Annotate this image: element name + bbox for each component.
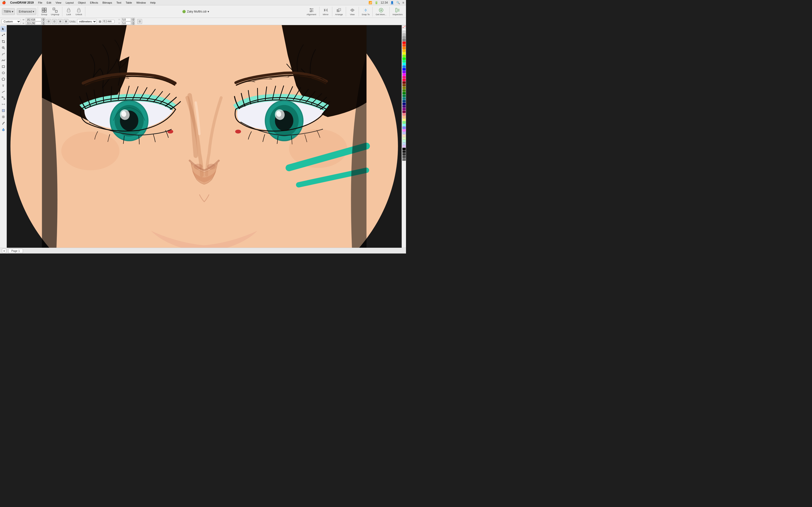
page-1-tab[interactable]: Page 1 bbox=[8, 249, 23, 253]
color-swatch-22[interactable] bbox=[402, 87, 406, 89]
menu-table[interactable]: Table bbox=[124, 1, 134, 5]
color-swatch-35[interactable] bbox=[402, 121, 406, 124]
color-swatch-4[interactable] bbox=[402, 39, 406, 41]
freehand-tool[interactable] bbox=[0, 51, 6, 57]
ungroup-button[interactable]: Ungroup bbox=[50, 6, 61, 16]
color-swatch-21[interactable] bbox=[402, 84, 406, 87]
color-swatch-0[interactable] bbox=[402, 28, 406, 31]
arrange-button[interactable]: Arrange bbox=[334, 6, 344, 16]
color-swatch-29[interactable] bbox=[402, 105, 406, 108]
apple-menu[interactable]: 🍎 bbox=[2, 1, 6, 4]
color-swatch-25[interactable] bbox=[402, 95, 406, 97]
color-swatch-15[interactable] bbox=[402, 68, 406, 70]
color-swatch-12[interactable] bbox=[402, 60, 406, 62]
color-swatch-45[interactable] bbox=[402, 148, 406, 150]
menu-file[interactable]: File bbox=[36, 1, 44, 5]
color-swatch-20[interactable] bbox=[402, 81, 406, 84]
color-swatch-47[interactable] bbox=[402, 153, 406, 156]
height-spin-up[interactable]: ▲ bbox=[42, 21, 45, 23]
ellipse-tool[interactable] bbox=[0, 70, 6, 76]
nudge-input[interactable] bbox=[102, 20, 114, 23]
color-swatch-36[interactable] bbox=[402, 124, 406, 126]
color-swatch-43[interactable] bbox=[402, 143, 406, 145]
unlock-button[interactable]: Unlock bbox=[74, 6, 84, 16]
transparency-tool[interactable] bbox=[0, 108, 6, 113]
width-spin-up[interactable]: ▲ bbox=[42, 18, 45, 19]
color-swatch-26[interactable] bbox=[402, 97, 406, 100]
width-input[interactable]: 162.616 bbox=[26, 18, 41, 21]
color-swatch-46[interactable] bbox=[402, 151, 406, 153]
crop-tool[interactable] bbox=[0, 39, 6, 44]
connector-tool[interactable] bbox=[0, 95, 6, 101]
color-swatch-14[interactable] bbox=[402, 65, 406, 68]
color-swatch-37[interactable] bbox=[402, 126, 406, 129]
color-swatch-28[interactable] bbox=[402, 103, 406, 105]
height-spin-down[interactable]: ▼ bbox=[42, 23, 45, 25]
polygon-tool[interactable] bbox=[0, 76, 6, 82]
color-swatch-39[interactable] bbox=[402, 132, 406, 134]
color-swatch-1[interactable] bbox=[402, 31, 406, 33]
color-swatch-17[interactable] bbox=[402, 73, 406, 76]
scale-x-spin-up[interactable]: ▲ bbox=[132, 18, 135, 19]
object-style-dropdown[interactable]: Custom bbox=[1, 19, 21, 24]
color-swatch-38[interactable] bbox=[402, 129, 406, 131]
menu-view[interactable]: View bbox=[54, 1, 63, 5]
color-swatch-41[interactable] bbox=[402, 137, 406, 139]
snap-to-button[interactable]: Snap To bbox=[360, 6, 371, 16]
color-swatch-31[interactable] bbox=[402, 111, 406, 113]
menu-object[interactable]: Object bbox=[76, 1, 88, 5]
color-swatch-30[interactable] bbox=[402, 108, 406, 110]
color-swatch-16[interactable] bbox=[402, 71, 406, 73]
scale-y-spin-up[interactable]: ▲ bbox=[132, 21, 135, 23]
scale-y-spin-down[interactable]: ▼ bbox=[132, 23, 135, 25]
scale-x-input[interactable] bbox=[121, 18, 131, 21]
color-swatch-19[interactable] bbox=[402, 79, 406, 81]
color-swatch-49[interactable] bbox=[402, 158, 406, 161]
parallel-dimension-tool[interactable] bbox=[0, 89, 6, 95]
fill-tool[interactable] bbox=[0, 126, 6, 132]
canvas-area[interactable] bbox=[7, 25, 402, 248]
artistic-media-tool[interactable] bbox=[0, 57, 6, 63]
eyedropper-tool[interactable] bbox=[0, 120, 6, 126]
color-swatch-23[interactable] bbox=[402, 89, 406, 92]
free-transform-btn[interactable]: ⊡ bbox=[137, 19, 142, 24]
rectangle-tool[interactable] bbox=[0, 64, 6, 69]
menu-layout[interactable]: Layout bbox=[64, 1, 75, 5]
scale-button-2[interactable]: ⊠ bbox=[63, 19, 68, 24]
menu-bitmaps[interactable]: Bitmaps bbox=[101, 1, 114, 5]
view-button[interactable]: View bbox=[348, 6, 357, 16]
zoom-dropdown[interactable]: 706% ▾ bbox=[2, 8, 15, 15]
color-swatch-8[interactable] bbox=[402, 50, 406, 52]
group-button[interactable]: Group bbox=[39, 6, 49, 16]
select-tool[interactable] bbox=[0, 26, 6, 32]
color-swatch-24[interactable] bbox=[402, 92, 406, 95]
color-swatch-13[interactable] bbox=[402, 63, 406, 65]
color-swatch-42[interactable] bbox=[402, 140, 406, 142]
lock-proportions-btn[interactable]: ⊟ bbox=[46, 19, 51, 24]
inspectors-button[interactable]: Inspectors bbox=[391, 6, 404, 16]
color-swatch-48[interactable] bbox=[402, 156, 406, 158]
text-tool[interactable]: T bbox=[0, 82, 6, 89]
mirror-button[interactable]: Mirror bbox=[321, 6, 331, 16]
node-edit-tool[interactable] bbox=[0, 32, 6, 38]
color-swatch-5[interactable] bbox=[402, 42, 406, 44]
color-swatch-44[interactable] bbox=[402, 145, 406, 148]
scale-button-1[interactable]: ⊞ bbox=[58, 19, 63, 24]
color-swatch-34[interactable] bbox=[402, 119, 406, 121]
color-swatch-10[interactable] bbox=[402, 55, 406, 57]
color-swatch-3[interactable] bbox=[402, 36, 406, 39]
lock-button[interactable]: Lock bbox=[64, 6, 73, 16]
mesh-fill-tool[interactable] bbox=[0, 114, 6, 120]
color-swatch-27[interactable] bbox=[402, 100, 406, 102]
color-swatch-6[interactable] bbox=[402, 44, 406, 47]
units-select[interactable]: millimeters bbox=[77, 19, 97, 24]
menu-text[interactable]: Text bbox=[114, 1, 123, 5]
spotlight-icon[interactable]: 🔍 bbox=[396, 1, 400, 4]
menu-window[interactable]: Window bbox=[134, 1, 148, 5]
color-swatch-40[interactable] bbox=[402, 134, 406, 137]
control-icon[interactable]: ≡ bbox=[402, 1, 404, 4]
dimension-tool[interactable] bbox=[0, 101, 6, 107]
height-input[interactable]: 213.292 bbox=[26, 21, 41, 25]
zoom-tool[interactable] bbox=[0, 45, 6, 51]
lock-size-btn[interactable]: ⊡ bbox=[52, 19, 57, 24]
